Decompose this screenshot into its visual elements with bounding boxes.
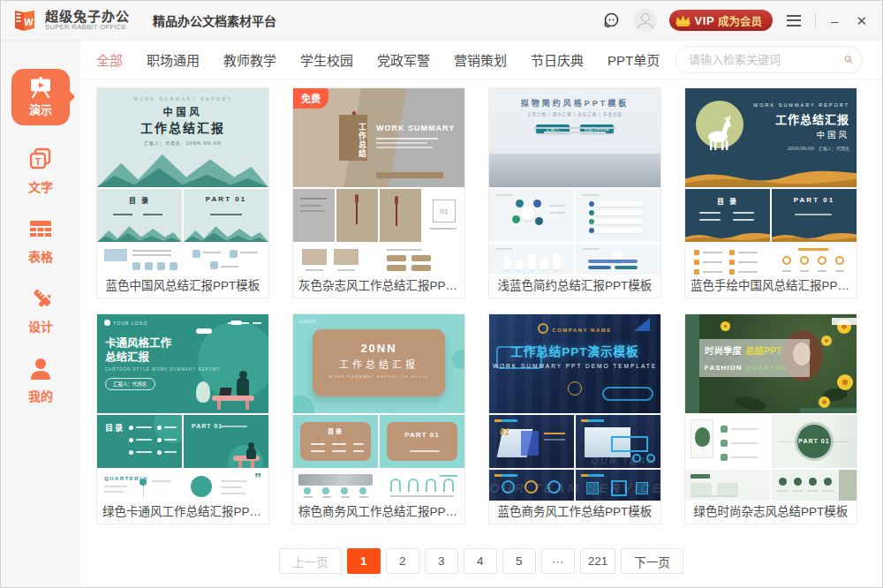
sidebar-item-label: 我的 <box>28 387 53 404</box>
app-subtitle: SUPER RABBIT OFFICE <box>45 24 130 31</box>
template-card[interactable]: COMPANY NAME 工作总结PPT演示模板 WORK SUMMARY PP… <box>488 313 661 524</box>
pagination: 上一页 1 2 3 4 5 ··· 221 下一页 <box>80 548 882 574</box>
tab-teaching[interactable]: 教师教学 <box>223 50 276 69</box>
page-button[interactable]: 4 <box>464 548 497 574</box>
menu-icon[interactable] <box>785 11 803 30</box>
search-input[interactable] <box>689 53 844 66</box>
search-icon[interactable] <box>844 52 853 67</box>
vip-cta-label: 成为会员 <box>718 12 762 29</box>
avatar[interactable] <box>634 9 657 32</box>
tab-festival[interactable]: 节日庆典 <box>531 50 584 69</box>
minimize-button[interactable]: – <box>828 14 841 27</box>
page-button[interactable]: 1 <box>347 548 381 574</box>
crown-icon <box>675 13 691 27</box>
template-thumbnail: WORK SUMMARY REPORT 工作总结汇报 中国风 20NN.NN.N… <box>685 88 857 275</box>
svg-text:T: T <box>35 156 42 167</box>
template-card[interactable]: 拟物简约风格PPT模板 工作计划 | 期中汇报 | 总结汇报 | 年度总结 汇报… <box>488 87 661 298</box>
template-thumbnail: YOUR LOGO 卡通风格工作总结汇报 CARTOON STYLE WORK … <box>97 314 268 501</box>
tab-campus[interactable]: 学生校园 <box>300 50 353 69</box>
vip-label: VIP <box>695 14 714 27</box>
template-title: 蓝色中国风总结汇报PPT模板 <box>97 275 268 298</box>
platform-title: 精品办公文档素材平台 <box>153 11 276 29</box>
template-title: 棕色商务风工作总结汇报PPT... <box>293 501 464 524</box>
svg-text:W: W <box>24 17 34 27</box>
prev-page-button[interactable]: 上一页 <box>279 548 342 574</box>
template-title: 灰色杂志风工作总结汇报PPT... <box>293 275 464 298</box>
template-thumbnail: LOGO 20NN 工作总结汇报 WORK SUMMARY REPORT OF … <box>293 314 464 501</box>
template-thumbnail: 拟物简约风格PPT模板 工作计划 | 期中汇报 | 总结汇报 | 年度总结 汇报… <box>489 88 660 275</box>
next-page-button[interactable]: 下一页 <box>621 548 683 574</box>
template-thumbnail: 时尚季度总结PPT FASHIONQUARTER <box>685 314 857 501</box>
template-grid: WORK SUMMARY REPORT 中国风 工作总结汇报 汇报人：代用名 2… <box>80 79 882 524</box>
page-button[interactable]: 221 <box>580 548 616 574</box>
tab-single-page[interactable]: PPT单页 <box>608 50 660 69</box>
free-badge: 免费 <box>293 88 328 109</box>
search-box <box>675 46 863 73</box>
sidebar-item-mine[interactable]: 我的 <box>27 356 54 404</box>
template-title: 蓝色商务风工作总结PPT模板 <box>489 501 660 524</box>
template-card[interactable]: LOGO 20NN 工作总结汇报 WORK SUMMARY REPORT OF … <box>292 313 465 524</box>
category-tabs: 全部 职场通用 教师教学 学生校园 党政军警 营销策划 节日庆典 PPT单页 <box>96 50 660 69</box>
template-title: 浅蓝色简约总结汇报PPT模板 <box>489 275 660 298</box>
template-card[interactable]: 时尚季度总结PPT FASHIONQUARTER <box>684 313 857 524</box>
template-card[interactable]: WORK SUMMARY REPORT 中国风 工作总结汇报 汇报人：代用名 2… <box>96 87 269 298</box>
template-card[interactable]: YOUR LOGO 卡通风格工作总结汇报 CARTOON STYLE WORK … <box>96 313 269 524</box>
template-thumbnail: WORK SUMMARY REPORT 中国风 工作总结汇报 汇报人：代用名 2… <box>97 88 268 275</box>
user-icon <box>27 356 54 382</box>
template-title: 蓝色手绘中国风总结汇报PPT... <box>685 275 857 298</box>
sidebar-item-label: 设计 <box>28 317 53 335</box>
template-title: 绿色时尚杂志风总结PPT模板 <box>685 501 857 524</box>
sidebar-item-label: 文字 <box>28 177 53 195</box>
sidebar-item-label: 表格 <box>28 247 53 265</box>
app-logo-text: 超级兔子办公 SUPER RABBIT OFFICE <box>45 10 130 31</box>
app-logo-icon: W <box>11 7 38 34</box>
divider <box>815 13 816 27</box>
main-content: 全部 职场通用 教师教学 学生校园 党政军警 营销策划 节日庆典 PPT单页 <box>80 41 882 587</box>
tab-all[interactable]: 全部 <box>96 50 123 69</box>
customer-service-icon[interactable] <box>600 10 622 31</box>
title-bar: W 超级兔子办公 SUPER RABBIT OFFICE 精品办公文档素材平台 <box>1 1 882 41</box>
tab-party-gov[interactable]: 党政军警 <box>377 50 430 69</box>
template-title: 绿色卡通风工作总结汇报PPT... <box>97 501 268 524</box>
page-button[interactable]: 5 <box>502 548 536 574</box>
avatar-person-icon <box>641 13 650 22</box>
template-thumbnail: 免费 工作总结 WORK SUMMARY <box>293 88 464 275</box>
tab-workplace[interactable]: 职场通用 <box>147 50 200 69</box>
page-button[interactable]: 2 <box>386 548 419 574</box>
table-icon <box>27 216 54 243</box>
close-button[interactable]: ✕ <box>853 14 870 27</box>
tab-marketing[interactable]: 营销策划 <box>454 50 507 69</box>
sidebar-item-spreadsheet[interactable]: 表格 <box>27 216 54 265</box>
template-thumbnail: COMPANY NAME 工作总结PPT演示模板 WORK SUMMARY PP… <box>489 314 660 501</box>
template-card[interactable]: 免费 工作总结 WORK SUMMARY <box>292 87 465 298</box>
text-doc-icon: T <box>27 147 54 173</box>
category-toolbar: 全部 职场通用 教师教学 学生校园 党政军警 营销策划 节日庆典 PPT单页 <box>80 41 882 79</box>
vip-upgrade-button[interactable]: VIP 成为会员 <box>669 10 773 31</box>
sidebar-item-label: 演示 <box>29 101 52 117</box>
design-tools-icon <box>27 286 54 313</box>
sidebar-item-presentation[interactable]: 演示 <box>11 69 70 125</box>
app-window: W 超级兔子办公 SUPER RABBIT OFFICE 精品办公文档素材平台 <box>0 0 883 588</box>
sidebar-item-design[interactable]: 设计 <box>27 286 54 335</box>
sidebar-item-text[interactable]: T 文字 <box>27 147 54 195</box>
app-title: 超级兔子办公 <box>45 10 130 24</box>
page-button[interactable]: 3 <box>425 548 458 574</box>
presentation-easel-icon <box>29 77 52 98</box>
page-ellipsis-button[interactable]: ··· <box>541 548 575 574</box>
template-card[interactable]: WORK SUMMARY REPORT 工作总结汇报 中国风 20NN.NN.N… <box>684 87 857 298</box>
sidebar: 演示 T 文字 表格 <box>1 41 80 587</box>
